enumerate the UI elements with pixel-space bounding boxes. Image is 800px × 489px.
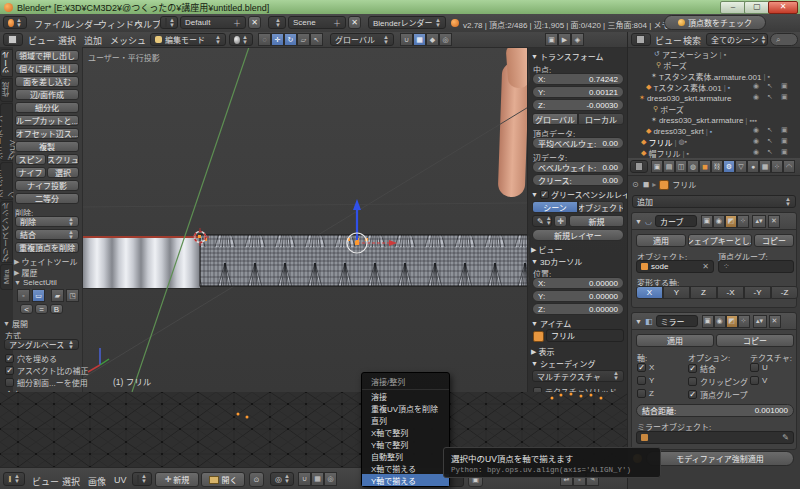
outliner-row-pose1[interactable]: ⚲ポーズ: [656, 60, 687, 70]
scene-delete[interactable]: ✕: [348, 16, 361, 29]
snap-target-icon[interactable]: ◆: [426, 33, 439, 46]
outliner-editor-type[interactable]: [631, 33, 651, 46]
manipulator-rotate-icon[interactable]: ↻: [284, 33, 297, 46]
tool-subdivide[interactable]: 細分化: [15, 102, 79, 113]
snap-element-icon[interactable]: ▦: [413, 33, 426, 46]
mirror-modifier-name-field[interactable]: ミラー: [656, 315, 698, 327]
uv-new-image-button[interactable]: ✛新規: [155, 472, 199, 487]
space-local-button[interactable]: ローカル: [578, 113, 624, 125]
transform-panel-header[interactable]: ▼トランスフォーム: [531, 51, 604, 62]
view3d-editor-type[interactable]: [3, 33, 23, 46]
uv-editor-type[interactable]: ▲▼: [3, 472, 25, 486]
editor-type-selector[interactable]: ▲▼: [3, 16, 27, 29]
manipulator-scale-icon[interactable]: ▱: [297, 33, 310, 46]
tool-bisect[interactable]: 二等分: [15, 193, 79, 204]
mirror-object-field[interactable]: ✎: [636, 431, 794, 444]
eye-icon-3[interactable]: ◉: [753, 126, 759, 134]
menu-render[interactable]: レンダー: [66, 18, 102, 31]
manipulator-extra-icon[interactable]: ↖: [310, 33, 323, 46]
panel-history[interactable]: ▶履歴: [14, 267, 37, 278]
axis-negz-button[interactable]: -Z: [771, 286, 798, 299]
view3d-menu-mesh[interactable]: メッシュ: [110, 34, 146, 47]
curve-render-toggle[interactable]: ▣: [701, 215, 713, 228]
eye-icon-2[interactable]: ◉: [753, 93, 759, 101]
menu-item-straighten-x[interactable]: X軸で整列: [362, 426, 449, 438]
tab-create[interactable]: 作成: [0, 78, 13, 102]
uv-menu-select[interactable]: 選択: [62, 475, 80, 488]
mirror-cage-toggle[interactable]: ⁘: [738, 315, 750, 328]
eye-icon-4[interactable]: ◉: [753, 137, 759, 145]
mirror-tex-v[interactable]: V: [750, 376, 767, 385]
cursor-y-field[interactable]: Y:0.00000: [532, 290, 624, 302]
uv-pivot-select[interactable]: ◎▲▼: [270, 472, 294, 486]
eye-icon-5[interactable]: ◉: [753, 148, 759, 156]
mirror-y-checkbox[interactable]: [637, 376, 646, 385]
tool-remove-doubles[interactable]: 重複頂点を削除: [15, 242, 79, 253]
panel-weight-tools[interactable]: ▶ウェイトツール: [14, 256, 77, 267]
tab-modifiers-icon[interactable]: ⚙: [723, 160, 735, 173]
outliner-row-tstance-object[interactable]: ◆Tスタンス素体.001|▪: [646, 82, 730, 92]
maximize-button[interactable]: ▢: [744, 1, 770, 14]
curve-apply-button[interactable]: 適用: [636, 234, 686, 247]
outliner-row-skirt-object[interactable]: ◆dress030_skrt|▪: [646, 126, 712, 136]
unwrap-fill-holes[interactable]: 穴を埋める: [5, 353, 57, 364]
outliner-row-hat-frill[interactable]: ◆帽フリル|▪: [641, 148, 689, 158]
screen-layout-icon[interactable]: ▲▼: [160, 16, 178, 29]
axis-negx-button[interactable]: -X: [717, 286, 744, 299]
tool-duplicate[interactable]: 複製: [15, 141, 79, 152]
tool-knife-select[interactable]: 選択: [47, 167, 79, 178]
gp-add-icon-button[interactable]: ✛: [554, 215, 567, 227]
select-arrow-icon-2[interactable]: ↖: [767, 93, 773, 101]
mirror-render-toggle[interactable]: ▣: [702, 315, 714, 328]
render-camera-icon-5[interactable]: ▣: [781, 148, 788, 156]
curve-copy-button[interactable]: コピー: [754, 234, 794, 247]
outliner-scope-select[interactable]: 全てのシーン▲▼: [706, 33, 768, 46]
render-image-icon[interactable]: ▣: [545, 33, 558, 46]
tool-spin[interactable]: スピン: [15, 154, 46, 165]
mirror-opt-merge[interactable]: 結合: [688, 363, 716, 374]
mirror-view-toggle[interactable]: ◉: [714, 315, 726, 328]
tab-render-layers-icon[interactable]: ▤: [663, 160, 675, 173]
select-arrow-icon[interactable]: ↖: [767, 82, 773, 90]
shading-mode-select[interactable]: マルチテクスチャ▲▼: [532, 370, 624, 382]
force-apply-modifier-button[interactable]: モディファイア強制適用: [646, 451, 794, 466]
menu-item-straighten[interactable]: 直列: [362, 414, 449, 426]
add-modifier-button[interactable]: 追加▲▼: [632, 195, 796, 208]
scene-field[interactable]: Scene＋: [288, 16, 346, 29]
render-engine-select[interactable]: Blenderレンダー▲▼: [368, 16, 446, 29]
menu-item-weld[interactable]: 溶接: [362, 390, 449, 402]
close-button[interactable]: ✕: [768, 1, 798, 14]
gp-draw-mode[interactable]: ✎▲▼: [532, 215, 552, 227]
tab-grease-pencil[interactable]: グリースペンシル: [0, 201, 13, 263]
tab-options[interactable]: オプション: [0, 162, 13, 200]
tool-screw[interactable]: スクリュ: [47, 154, 79, 165]
mirror-axis-y[interactable]: Y: [637, 376, 654, 385]
curve-move-up-down[interactable]: ▴▾: [752, 215, 766, 228]
menu-item-straighten-y[interactable]: Y軸で整列: [362, 438, 449, 450]
mirror-modifier-header[interactable]: ▼ ◧ ミラー ▣ ◉ ◩ ⁘ ▴▾ ✕: [632, 313, 796, 330]
tab-render-icon[interactable]: ▣: [651, 160, 663, 173]
outliner-menu-view[interactable]: ビュー: [655, 34, 682, 47]
tool-extrude-individual[interactable]: 個々に押し出し: [15, 63, 79, 74]
tex-u-checkbox[interactable]: [750, 363, 759, 372]
curve-cage-toggle[interactable]: ⁘: [737, 215, 749, 228]
tab-tools[interactable]: ツール: [0, 49, 13, 77]
axis-z-button[interactable]: Z: [690, 286, 717, 299]
mirror-opt-clipping[interactable]: クリッピング: [688, 376, 748, 387]
mirror-tex-u[interactable]: U: [750, 363, 768, 372]
render-anim-icon[interactable]: ▶: [558, 33, 571, 46]
uv-menu-view[interactable]: ビュー: [32, 475, 59, 488]
selectutil-face-icon[interactable]: ▰: [51, 289, 64, 302]
outliner-row-frill[interactable]: ◆フリル|◍▪: [641, 137, 687, 147]
gp-new-button[interactable]: 新規: [569, 215, 624, 227]
tool-extrude-region[interactable]: 領域で押し出し: [15, 50, 79, 61]
selectutil-less-button[interactable]: <: [20, 304, 33, 314]
tab-object-icon[interactable]: ◼: [699, 160, 711, 173]
render-camera-icon[interactable]: ▣: [781, 82, 788, 90]
selectutil-equal-button[interactable]: =: [35, 304, 48, 314]
menu-item-remove-doubles-uv[interactable]: 重複UV頂点を削除: [362, 402, 449, 414]
viewport-shading-selector[interactable]: ▲▼: [229, 33, 253, 46]
median-z-field[interactable]: Z:-0.00030: [532, 99, 624, 111]
tab-material-icon[interactable]: ●: [747, 160, 759, 173]
bevel-weight-field[interactable]: 平均ベベルウェ:0.00: [532, 137, 624, 149]
